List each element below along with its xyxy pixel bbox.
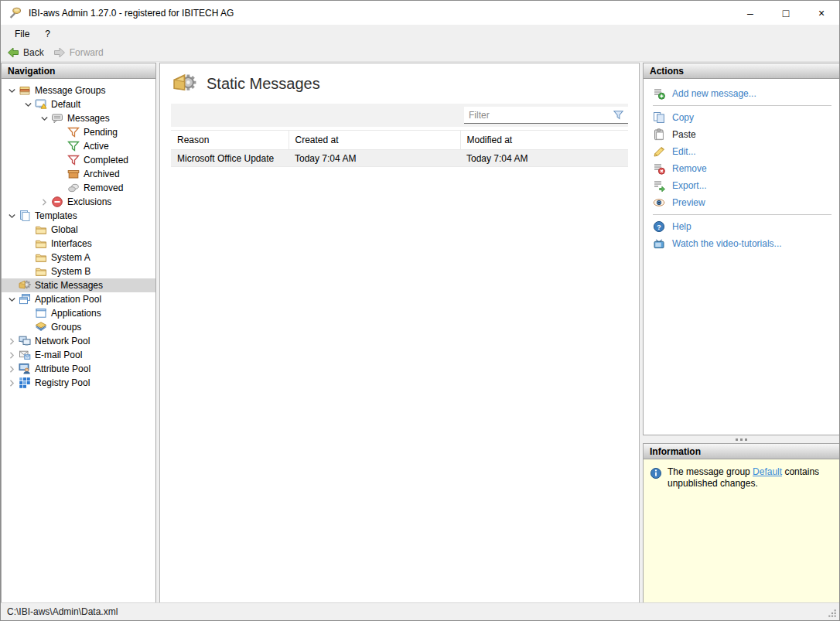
chevron-down-icon — [7, 211, 17, 221]
paste-icon — [653, 128, 665, 141]
back-arrow-icon — [7, 46, 19, 59]
main-panel: Static Messages ReasonCreated atModified… — [159, 63, 640, 603]
tree-item-pending[interactable]: Pending — [2, 125, 155, 139]
close-button[interactable]: × — [804, 1, 839, 25]
table-row[interactable]: Microsoft Office UpdateToday 7:04 AMToda… — [171, 150, 628, 167]
chevron-down-icon — [23, 100, 33, 110]
tree-item-templates[interactable]: Templates — [2, 209, 155, 223]
tree-expander[interactable] — [5, 378, 19, 388]
tree-item-network-pool[interactable]: Network Pool — [2, 334, 155, 348]
filter-input[interactable] — [464, 110, 613, 121]
actions-separator — [653, 105, 831, 106]
maximize-button[interactable]: □ — [768, 1, 804, 25]
tree-item-system-b[interactable]: System B — [2, 264, 155, 278]
tree-item-label: Messages — [67, 113, 110, 124]
toolbar: Back Forward — [1, 43, 839, 62]
edit-icon — [653, 145, 665, 158]
tree-item-static-messages[interactable]: Static Messages — [2, 278, 155, 292]
actions-list: Add new message...CopyPasteEdit...Remove… — [644, 79, 839, 252]
filter-box — [464, 107, 628, 124]
filter-icon[interactable] — [613, 109, 624, 121]
cell-reason: Microsoft Office Update — [171, 150, 289, 167]
tree-item-interfaces[interactable]: Interfaces — [2, 237, 155, 251]
tree-item-label: System A — [51, 252, 90, 263]
tree-item-system-a[interactable]: System A — [2, 251, 155, 264]
back-button[interactable]: Back — [7, 46, 44, 59]
tree-item-archived[interactable]: Archived — [2, 167, 155, 181]
action-watch-the-video-tutorials[interactable]: Watch the video-tutorials... — [644, 235, 839, 252]
tree-item-e-mail-pool[interactable]: E-mail Pool — [2, 348, 155, 362]
action-label: Preview — [672, 197, 705, 208]
tree-item-groups[interactable]: Groups — [2, 320, 155, 334]
default-group-link[interactable]: Default — [753, 466, 782, 477]
action-label: Paste — [672, 129, 696, 140]
information-panel: Information The message group Default co… — [643, 443, 840, 603]
tree-item-completed[interactable]: Completed — [2, 153, 155, 167]
resize-grip-icon[interactable] — [827, 608, 838, 619]
window-title: IBI-aws Admin 1.27.0 - registered for IB… — [29, 8, 234, 19]
add-message-icon — [653, 87, 665, 100]
tree-item-registry-pool[interactable]: Registry Pool — [2, 376, 155, 390]
action-export[interactable]: Export... — [644, 177, 839, 194]
tree-item-label: E-mail Pool — [35, 350, 82, 360]
tree-item-label: Groups — [51, 322, 81, 333]
tree-expander[interactable] — [5, 295, 19, 305]
column-header-created-at[interactable]: Created at — [289, 131, 460, 150]
tree-item-exclusions[interactable]: Exclusions — [2, 195, 155, 209]
column-header-modified-at[interactable]: Modified at — [460, 131, 628, 150]
menu-item-file[interactable]: File — [7, 26, 37, 42]
action-paste[interactable]: Paste — [644, 126, 839, 143]
tree-expander[interactable] — [5, 336, 19, 346]
messages-icon — [51, 112, 63, 125]
tree-item-active[interactable]: Active — [2, 139, 155, 153]
action-edit[interactable]: Edit... — [644, 143, 839, 160]
tree-item-messages[interactable]: Messages — [2, 111, 155, 125]
chevron-down-icon — [7, 295, 17, 305]
forward-button[interactable]: Forward — [53, 46, 104, 59]
menu-bar: File? — [1, 25, 839, 43]
tree-expander[interactable] — [21, 100, 35, 110]
tree-item-label: Completed — [84, 155, 128, 165]
table-body: Microsoft Office UpdateToday 7:04 AMToda… — [171, 150, 628, 167]
remove-message-icon — [653, 162, 665, 175]
minimize-button[interactable]: – — [732, 1, 768, 25]
tree-item-default[interactable]: Default — [2, 97, 155, 111]
tree-item-label: Registry Pool — [35, 377, 90, 388]
tree-item-removed[interactable]: Removed — [2, 181, 155, 195]
chevron-down-icon — [39, 114, 50, 124]
folder-icon — [35, 265, 47, 278]
action-remove[interactable]: Remove — [644, 160, 839, 177]
tree-item-label: Message Groups — [35, 85, 105, 96]
tree-expander[interactable] — [5, 86, 19, 96]
tree-item-global[interactable]: Global — [2, 223, 155, 237]
menu-item-[interactable]: ? — [37, 26, 58, 42]
tree-item-label: Attribute Pool — [35, 363, 90, 374]
app-icon — [9, 6, 22, 19]
tree-expander[interactable] — [37, 114, 51, 124]
email-pool-icon — [19, 349, 31, 361]
action-preview[interactable]: Preview — [644, 194, 839, 211]
tree-item-applications[interactable]: Applications — [2, 306, 155, 320]
information-content: The message group Default contains unpub… — [644, 459, 839, 496]
back-label: Back — [23, 47, 44, 58]
panel-splitter[interactable] — [643, 435, 840, 443]
action-add-new-message[interactable]: Add new message... — [644, 85, 839, 102]
table-header-row: ReasonCreated atModified at — [171, 131, 628, 150]
window-controls: – □ × — [732, 1, 839, 25]
tree-expander[interactable] — [5, 211, 19, 221]
action-copy[interactable]: Copy — [644, 109, 839, 126]
action-help[interactable]: Help — [644, 218, 839, 235]
tree-item-message-groups[interactable]: Message Groups — [2, 84, 155, 97]
column-header-reason[interactable]: Reason — [171, 131, 289, 150]
action-label: Copy — [672, 112, 694, 123]
tree-expander[interactable] — [5, 364, 19, 374]
chevron-right-icon — [7, 364, 17, 374]
exclusions-icon — [51, 196, 63, 208]
tree-item-attribute-pool[interactable]: Attribute Pool — [2, 362, 155, 376]
tree-item-application-pool[interactable]: Application Pool — [2, 292, 155, 306]
tree-expander[interactable] — [37, 197, 51, 207]
splitter-grip-dots — [740, 438, 743, 441]
tree-expander[interactable] — [5, 350, 19, 360]
chevron-right-icon — [7, 350, 17, 360]
app-window: IBI-aws Admin 1.27.0 - registered for IB… — [0, 0, 840, 621]
